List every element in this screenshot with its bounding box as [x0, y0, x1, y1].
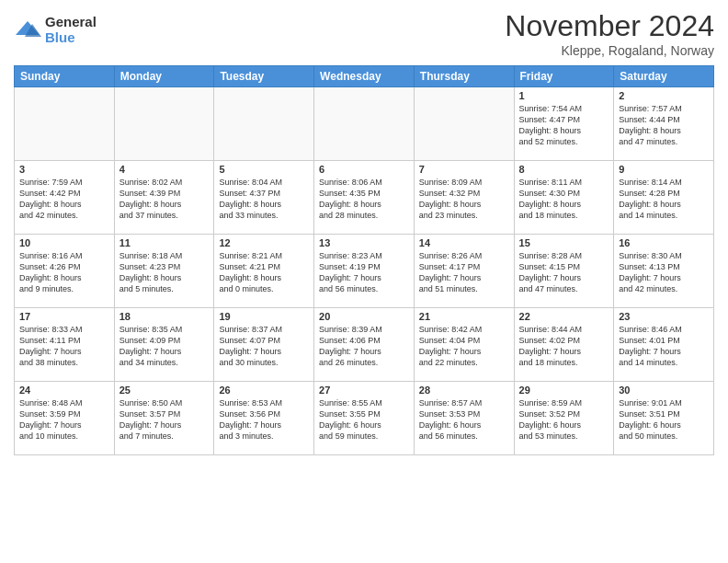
logo-blue-label: Blue — [45, 30, 97, 46]
day-info: Sunrise: 7:57 AM Sunset: 4:44 PM Dayligh… — [619, 103, 709, 148]
table-row: 23Sunrise: 8:46 AM Sunset: 4:01 PM Dayli… — [614, 308, 714, 382]
col-thursday: Thursday — [414, 66, 514, 87]
day-info: Sunrise: 8:37 AM Sunset: 4:07 PM Dayligh… — [219, 324, 309, 369]
day-number: 16 — [619, 237, 709, 248]
day-number: 26 — [219, 385, 309, 396]
day-number: 4 — [119, 164, 210, 175]
day-info: Sunrise: 8:04 AM Sunset: 4:37 PM Dayligh… — [219, 177, 309, 222]
header: General Blue November 2024 Kleppe, Rogal… — [14, 9, 714, 58]
day-info: Sunrise: 8:06 AM Sunset: 4:35 PM Dayligh… — [319, 177, 409, 222]
day-number: 10 — [19, 237, 109, 248]
table-row: 3Sunrise: 7:59 AM Sunset: 4:42 PM Daylig… — [15, 161, 115, 235]
calendar-table: Sunday Monday Tuesday Wednesday Thursday… — [14, 65, 714, 455]
day-info: Sunrise: 8:14 AM Sunset: 4:28 PM Dayligh… — [619, 177, 709, 222]
day-info: Sunrise: 8:39 AM Sunset: 4:06 PM Dayligh… — [319, 324, 409, 369]
table-row: 8Sunrise: 8:11 AM Sunset: 4:30 PM Daylig… — [514, 161, 614, 235]
day-number: 18 — [119, 311, 210, 322]
table-row — [414, 87, 514, 161]
day-info: Sunrise: 8:53 AM Sunset: 3:56 PM Dayligh… — [219, 397, 309, 442]
day-info: Sunrise: 8:26 AM Sunset: 4:17 PM Dayligh… — [419, 250, 509, 295]
logo-text: General Blue — [45, 15, 97, 45]
table-row — [15, 87, 115, 161]
table-row: 27Sunrise: 8:55 AM Sunset: 3:55 PM Dayli… — [314, 382, 415, 455]
day-number: 15 — [519, 237, 609, 248]
day-info: Sunrise: 8:35 AM Sunset: 4:09 PM Dayligh… — [119, 324, 210, 369]
col-monday: Monday — [114, 66, 214, 87]
day-info: Sunrise: 8:33 AM Sunset: 4:11 PM Dayligh… — [19, 324, 109, 369]
table-row: 10Sunrise: 8:16 AM Sunset: 4:26 PM Dayli… — [15, 235, 115, 308]
table-row — [314, 87, 415, 161]
logo: General Blue — [14, 15, 97, 45]
table-row: 29Sunrise: 8:59 AM Sunset: 3:52 PM Dayli… — [514, 382, 614, 455]
day-number: 13 — [319, 237, 409, 248]
week-row-5: 24Sunrise: 8:48 AM Sunset: 3:59 PM Dayli… — [15, 382, 714, 455]
table-row: 21Sunrise: 8:42 AM Sunset: 4:04 PM Dayli… — [414, 308, 514, 382]
week-row-3: 10Sunrise: 8:16 AM Sunset: 4:26 PM Dayli… — [15, 235, 714, 308]
col-friday: Friday — [514, 66, 614, 87]
day-info: Sunrise: 8:59 AM Sunset: 3:52 PM Dayligh… — [519, 397, 609, 442]
day-number: 21 — [419, 311, 509, 322]
table-row: 26Sunrise: 8:53 AM Sunset: 3:56 PM Dayli… — [214, 382, 314, 455]
table-row: 2Sunrise: 7:57 AM Sunset: 4:44 PM Daylig… — [614, 87, 714, 161]
day-number: 11 — [119, 237, 210, 248]
day-info: Sunrise: 8:16 AM Sunset: 4:26 PM Dayligh… — [19, 250, 109, 295]
table-row: 12Sunrise: 8:21 AM Sunset: 4:21 PM Dayli… — [214, 235, 314, 308]
day-info: Sunrise: 8:28 AM Sunset: 4:15 PM Dayligh… — [519, 250, 609, 295]
day-info: Sunrise: 7:54 AM Sunset: 4:47 PM Dayligh… — [519, 103, 609, 148]
day-info: Sunrise: 8:48 AM Sunset: 3:59 PM Dayligh… — [19, 397, 109, 442]
day-number: 28 — [419, 385, 509, 396]
table-row: 13Sunrise: 8:23 AM Sunset: 4:19 PM Dayli… — [314, 235, 415, 308]
table-row — [214, 87, 314, 161]
day-info: Sunrise: 9:01 AM Sunset: 3:51 PM Dayligh… — [619, 397, 709, 442]
day-number: 14 — [419, 237, 509, 248]
day-info: Sunrise: 8:02 AM Sunset: 4:39 PM Dayligh… — [119, 177, 210, 222]
table-row: 7Sunrise: 8:09 AM Sunset: 4:32 PM Daylig… — [414, 161, 514, 235]
day-info: Sunrise: 8:44 AM Sunset: 4:02 PM Dayligh… — [519, 324, 609, 369]
day-number: 30 — [619, 385, 709, 396]
day-info: Sunrise: 8:30 AM Sunset: 4:13 PM Dayligh… — [619, 250, 709, 295]
table-row: 11Sunrise: 8:18 AM Sunset: 4:23 PM Dayli… — [114, 235, 214, 308]
table-row: 4Sunrise: 8:02 AM Sunset: 4:39 PM Daylig… — [114, 161, 214, 235]
day-number: 2 — [619, 90, 709, 101]
day-number: 25 — [119, 385, 210, 396]
week-row-2: 3Sunrise: 7:59 AM Sunset: 4:42 PM Daylig… — [15, 161, 714, 235]
week-row-4: 17Sunrise: 8:33 AM Sunset: 4:11 PM Dayli… — [15, 308, 714, 382]
day-info: Sunrise: 8:50 AM Sunset: 3:57 PM Dayligh… — [119, 397, 210, 442]
table-row: 16Sunrise: 8:30 AM Sunset: 4:13 PM Dayli… — [614, 235, 714, 308]
table-row: 19Sunrise: 8:37 AM Sunset: 4:07 PM Dayli… — [214, 308, 314, 382]
day-info: Sunrise: 8:55 AM Sunset: 3:55 PM Dayligh… — [319, 397, 409, 442]
day-number: 27 — [319, 385, 409, 396]
day-info: Sunrise: 8:42 AM Sunset: 4:04 PM Dayligh… — [419, 324, 509, 369]
col-tuesday: Tuesday — [214, 66, 314, 87]
table-row: 17Sunrise: 8:33 AM Sunset: 4:11 PM Dayli… — [15, 308, 115, 382]
month-title: November 2024 — [505, 9, 714, 43]
col-saturday: Saturday — [614, 66, 714, 87]
title-area: November 2024 Kleppe, Rogaland, Norway — [505, 9, 714, 58]
table-row — [114, 87, 214, 161]
day-info: Sunrise: 7:59 AM Sunset: 4:42 PM Dayligh… — [19, 177, 109, 222]
day-number: 12 — [219, 237, 309, 248]
table-row: 30Sunrise: 9:01 AM Sunset: 3:51 PM Dayli… — [614, 382, 714, 455]
day-info: Sunrise: 8:11 AM Sunset: 4:30 PM Dayligh… — [519, 177, 609, 222]
table-row: 15Sunrise: 8:28 AM Sunset: 4:15 PM Dayli… — [514, 235, 614, 308]
day-number: 19 — [219, 311, 309, 322]
table-row: 5Sunrise: 8:04 AM Sunset: 4:37 PM Daylig… — [214, 161, 314, 235]
day-number: 23 — [619, 311, 709, 322]
table-row: 9Sunrise: 8:14 AM Sunset: 4:28 PM Daylig… — [614, 161, 714, 235]
day-info: Sunrise: 8:09 AM Sunset: 4:32 PM Dayligh… — [419, 177, 509, 222]
table-row: 14Sunrise: 8:26 AM Sunset: 4:17 PM Dayli… — [414, 235, 514, 308]
day-number: 29 — [519, 385, 609, 396]
day-number: 9 — [619, 164, 709, 175]
day-info: Sunrise: 8:57 AM Sunset: 3:53 PM Dayligh… — [419, 397, 509, 442]
day-number: 5 — [219, 164, 309, 175]
table-row: 6Sunrise: 8:06 AM Sunset: 4:35 PM Daylig… — [314, 161, 415, 235]
day-number: 6 — [319, 164, 409, 175]
week-row-1: 1Sunrise: 7:54 AM Sunset: 4:47 PM Daylig… — [15, 87, 714, 161]
day-number: 22 — [519, 311, 609, 322]
col-wednesday: Wednesday — [314, 66, 415, 87]
col-sunday: Sunday — [15, 66, 115, 87]
table-row: 22Sunrise: 8:44 AM Sunset: 4:02 PM Dayli… — [514, 308, 614, 382]
day-number: 7 — [419, 164, 509, 175]
day-info: Sunrise: 8:18 AM Sunset: 4:23 PM Dayligh… — [119, 250, 210, 295]
table-row: 1Sunrise: 7:54 AM Sunset: 4:47 PM Daylig… — [514, 87, 614, 161]
